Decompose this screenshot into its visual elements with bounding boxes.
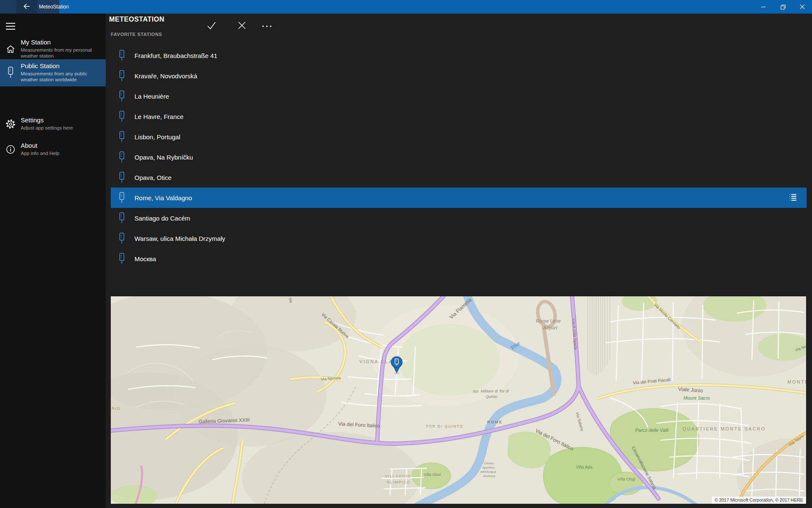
back-button[interactable] xyxy=(16,0,37,14)
favorite-stations-list: Frankfurt, Braubachstraße 41 Kravaře, No… xyxy=(111,45,807,269)
station-row[interactable]: Warsaw, ulica Michała Drzymały xyxy=(111,228,807,248)
weather-station-icon xyxy=(5,66,16,79)
station-name: Lisbon, Portugal xyxy=(134,133,180,141)
sidebar-item-description: Measurements from my personal weather st… xyxy=(21,47,93,59)
station-name: Kravaře, Novodvorská xyxy=(134,72,197,80)
list-icon xyxy=(788,193,798,202)
station-name: Opava, Na Rybníčku xyxy=(134,154,193,161)
close-button[interactable] xyxy=(793,0,812,14)
command-bar xyxy=(201,16,277,35)
station-row[interactable]: Opava, Na Rybníčku xyxy=(111,147,807,167)
station-icon xyxy=(118,131,125,143)
station-icon xyxy=(118,232,125,244)
sidebar-item-my-station[interactable]: My Station Measurements from my personal… xyxy=(0,36,106,63)
station-name: Le Havre, France xyxy=(134,113,184,120)
hamburger-icon xyxy=(6,23,15,24)
station-icon xyxy=(118,110,125,122)
station-name: Frankfurt, Braubachstraße 41 xyxy=(134,52,217,59)
minimize-icon xyxy=(761,4,766,9)
station-row[interactable]: Opava, Otice xyxy=(111,167,807,188)
station-row[interactable]: Kravaře, Novodvorská xyxy=(111,66,807,86)
sidebar-item-label: Public Station xyxy=(21,62,102,70)
station-name: Opava, Otice xyxy=(134,174,172,181)
navigation-pane: My Station Measurements from my personal… xyxy=(0,14,106,508)
sidebar-item-label: My Station xyxy=(21,39,102,46)
sidebar-item-about[interactable]: About App info and Help xyxy=(0,139,106,160)
sidebar-item-description: Measurements from any public weather sta… xyxy=(21,71,93,83)
checkmark-icon xyxy=(206,20,217,31)
more-button[interactable] xyxy=(257,16,277,35)
sidebar-item-public-station[interactable]: Public Station Measurements from any pub… xyxy=(0,59,106,86)
sidebar-item-label: About xyxy=(21,142,102,149)
station-details-button[interactable] xyxy=(786,191,800,204)
station-row[interactable]: Frankfurt, Braubachstraße 41 xyxy=(111,45,807,66)
station-row[interactable]: Le Havre, France xyxy=(111,106,807,127)
station-icon xyxy=(118,151,125,163)
map-copyright: © 2017 Microsoft Corporation, © 2017 HER… xyxy=(712,497,806,504)
station-icon xyxy=(118,253,125,265)
station-icon xyxy=(118,90,125,102)
sidebar-item-label: Settings xyxy=(21,116,102,124)
app-window: MeteoStation My Station Measurements fro… xyxy=(0,0,812,508)
title-bar: MeteoStation xyxy=(0,0,812,14)
station-icon xyxy=(118,212,125,224)
map-canvas xyxy=(111,296,806,504)
station-name: La Heunière xyxy=(134,93,169,100)
station-row[interactable]: Santiago do Cacém xyxy=(111,208,807,228)
cancel-button[interactable] xyxy=(232,16,252,35)
close-icon xyxy=(800,4,805,9)
sidebar-item-settings[interactable]: Settings Adjust app settings here xyxy=(0,113,106,135)
back-arrow-icon xyxy=(23,3,30,11)
station-row[interactable]: Lisbon, Portugal xyxy=(111,127,807,147)
hamburger-button[interactable] xyxy=(0,17,20,36)
station-name: Москва xyxy=(134,255,156,262)
station-name: Santiago do Cacém xyxy=(134,215,190,222)
gear-icon xyxy=(5,118,16,130)
restore-icon xyxy=(780,4,786,10)
station-name: Rome, Via Valdagno xyxy=(134,194,192,202)
x-icon xyxy=(237,20,247,30)
station-row[interactable]: La Heunière xyxy=(111,86,807,106)
info-icon xyxy=(5,143,16,156)
station-icon xyxy=(118,192,125,204)
station-icon xyxy=(118,171,125,183)
station-row[interactable]: Москва xyxy=(111,248,807,269)
minimize-button[interactable] xyxy=(754,0,773,14)
page-title: METEOSTATION xyxy=(109,16,165,23)
map[interactable]: sia Via Cassia Nuova Via Flaminia Rome U… xyxy=(111,296,806,504)
station-name: Warsaw, ulica Michała Drzymały xyxy=(134,235,225,242)
station-icon xyxy=(118,70,125,82)
station-icon xyxy=(118,50,125,61)
home-icon xyxy=(5,43,16,55)
sidebar-item-description: Adjust app settings here xyxy=(21,125,93,131)
map-pin-station[interactable] xyxy=(390,356,403,375)
section-label: FAVORITE STATIONS xyxy=(111,32,162,37)
restore-button[interactable] xyxy=(773,0,793,14)
sidebar-item-description: App info and Help xyxy=(21,151,93,157)
accept-button[interactable] xyxy=(201,16,222,35)
station-row-selected[interactable]: Rome, Via Valdagno xyxy=(111,188,807,208)
ellipsis-icon xyxy=(261,19,273,31)
window-title: MeteoStation xyxy=(39,0,69,14)
